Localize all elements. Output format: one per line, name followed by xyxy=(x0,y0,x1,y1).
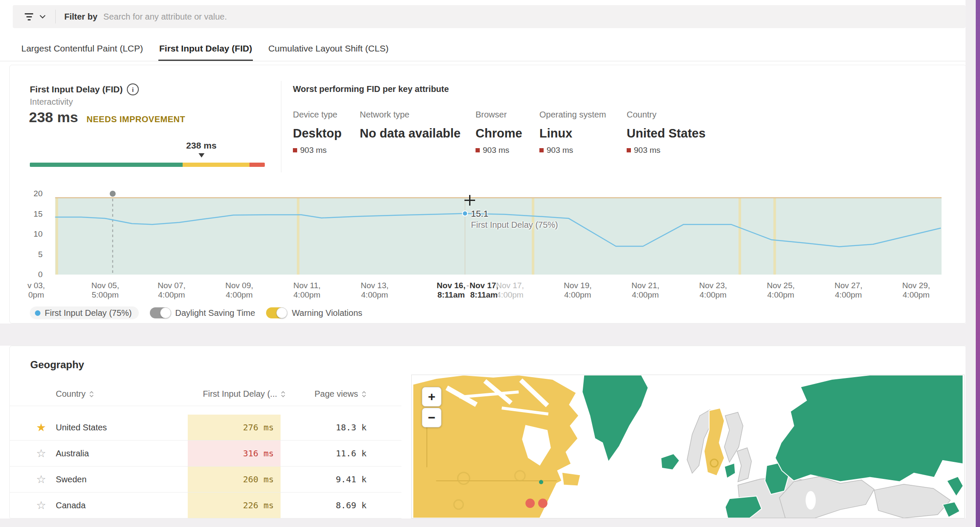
tab-fid[interactable]: First Input Delay (FID) xyxy=(158,41,253,60)
world-map[interactable]: + − xyxy=(411,375,965,518)
page-views-cell: 9.41 k xyxy=(291,467,367,492)
x-tick-date: Nov 23, xyxy=(699,281,727,290)
window-gutter xyxy=(966,0,976,527)
filter-search-input[interactable]: Search for any attribute or value. xyxy=(103,12,227,22)
x-axis-tick: Nov 17,8:11am xyxy=(470,281,499,300)
x-axis-tick: Nov 23,4:00pm xyxy=(699,281,727,300)
map-data-dot[interactable] xyxy=(539,480,543,484)
column-header-country[interactable]: Country xyxy=(56,389,94,399)
x-tick-time: 4:00pm xyxy=(564,290,591,300)
annotation-dot xyxy=(110,191,116,197)
chart-band xyxy=(55,198,942,275)
x-tick-date: Nov 13, xyxy=(361,281,388,290)
hover-dot xyxy=(462,211,467,216)
page-views-cell: 11.6 k xyxy=(291,441,367,466)
attribute-network-type: Network typeNo data available xyxy=(360,110,476,155)
x-axis-tick: Nov 16,8:11am xyxy=(437,281,466,300)
x-axis-tick: Nov 11,4:00pm xyxy=(293,281,321,300)
distribution-marker: 238 ms xyxy=(186,140,216,158)
x-axis-tick: Nov 25,4:00pm xyxy=(767,281,794,300)
map-zoom-out-button[interactable]: − xyxy=(422,408,441,427)
vertical-divider xyxy=(281,81,281,172)
x-axis-tick: - xyxy=(466,281,469,290)
x-tick-time: 4:00pm xyxy=(293,290,321,300)
table-row[interactable]: ☆Sweden260 ms9.41 k xyxy=(10,467,401,493)
toggle-switch[interactable] xyxy=(266,307,287,318)
x-tick-time: 5:00pm xyxy=(91,290,119,300)
fid-timeseries-chart[interactable]: 05101520v 03,0pmNov 05,5:00pmNov 07,4:00… xyxy=(0,187,980,304)
star-outline-icon[interactable]: ☆ xyxy=(36,499,46,512)
star-outline-icon[interactable]: ☆ xyxy=(36,447,46,460)
toggle-knob[interactable] xyxy=(276,307,287,318)
star-filled-icon[interactable]: ★ xyxy=(36,421,46,434)
table-row[interactable]: ☆Australia316 ms11.6 k xyxy=(10,441,401,467)
attribute-browser: BrowserChrome903 ms xyxy=(476,110,539,155)
x-tick-time: 4:00pm xyxy=(767,290,794,300)
x-tick-date: Nov 29, xyxy=(902,281,930,290)
filter-funnel-icon[interactable] xyxy=(25,13,33,20)
map-zoom-in-button[interactable]: + xyxy=(422,387,441,407)
fid-card-title: First Input Delay (FID) xyxy=(30,84,123,95)
attribute-operating-system: Operating systemLinux903 ms xyxy=(539,110,627,155)
x-tick-time: 4:00pm xyxy=(225,290,253,300)
marker-triangle-icon xyxy=(198,153,204,158)
column-header-fid[interactable]: First Input Delay (... xyxy=(180,389,286,399)
x-axis-tick: Nov 27,4:00pm xyxy=(834,281,862,300)
warning-violation-stripe xyxy=(739,198,741,275)
x-tick-time: 4:00pm xyxy=(834,290,862,300)
x-tick-date: Nov 19, xyxy=(564,281,591,290)
y-axis-tick: 15 xyxy=(17,209,43,219)
attribute-label: Browser xyxy=(476,110,539,120)
toggle-knob[interactable] xyxy=(160,307,171,318)
distribution-segment-good xyxy=(30,163,183,167)
attribute-value: Linux xyxy=(539,126,627,140)
x-tick-time: 8:11am xyxy=(470,290,499,300)
sort-icon[interactable] xyxy=(361,391,367,398)
x-tick-date: Nov 27, xyxy=(834,281,862,290)
info-icon[interactable]: i xyxy=(127,83,139,95)
y-axis-tick: 5 xyxy=(17,250,43,259)
sort-icon[interactable] xyxy=(281,391,286,398)
world-map-svg xyxy=(412,375,964,518)
attribute-metric: 903 ms xyxy=(476,146,539,155)
geography-table-header: Country First Input Delay (... Page view… xyxy=(10,386,401,406)
x-tick-date: - xyxy=(466,281,469,290)
y-axis-tick: 10 xyxy=(17,229,43,239)
attribute-label: Operating system xyxy=(539,110,627,120)
x-tick-time: 4:00pm xyxy=(158,290,185,300)
table-row[interactable]: ☆Canada226 ms8.69 k xyxy=(10,493,401,518)
table-row[interactable]: ★United States276 ms18.3 k xyxy=(10,415,401,441)
attribute-country: CountryUnited States903 ms xyxy=(627,110,705,155)
worst-performing-columns: Device typeDesktop903 msNetwork typeNo d… xyxy=(293,110,705,155)
fid-distribution-bar xyxy=(30,163,265,167)
attribute-value: Desktop xyxy=(293,126,360,140)
star-outline-icon[interactable]: ☆ xyxy=(36,473,46,486)
fid-value-cell: 226 ms xyxy=(188,493,281,518)
x-tick-time: 4:00pm xyxy=(631,290,659,300)
x-tick-time: 4:00pm xyxy=(902,290,930,300)
filter-bar[interactable]: Filter by Search for any attribute or va… xyxy=(13,5,966,28)
toggle-switch[interactable] xyxy=(150,307,170,318)
attribute-value: United States xyxy=(627,126,705,140)
attribute-metric: 903 ms xyxy=(627,146,705,155)
x-axis-tick: Nov 09,4:00pm xyxy=(225,281,253,300)
x-tick-date: Nov 09, xyxy=(225,281,253,290)
sort-icon[interactable] xyxy=(89,391,94,398)
country-name: Australia xyxy=(56,449,89,458)
distribution-marker-label: 238 ms xyxy=(186,140,216,151)
tabs: Largest Contentful Paint (LCP)First Inpu… xyxy=(20,41,390,60)
column-header-page-views[interactable]: Page views xyxy=(291,389,367,399)
warning-violation-stripe xyxy=(297,198,299,275)
tab-lcp[interactable]: Largest Contentful Paint (LCP) xyxy=(20,41,144,60)
x-axis-tick: Nov 07,4:00pm xyxy=(158,281,185,300)
chevron-down-icon[interactable] xyxy=(39,13,46,20)
tooltip-series-name: First Input Delay (75%) xyxy=(471,220,558,230)
attribute-value: Chrome xyxy=(476,126,539,140)
map-data-dot[interactable] xyxy=(538,498,547,508)
toggle-label: Daylight Saving Time xyxy=(175,308,255,318)
tab-cls[interactable]: Cumulative Layout Shift (CLS) xyxy=(267,41,389,60)
x-axis-tick: Nov 21,4:00pm xyxy=(631,281,659,300)
x-tick-time: 4:00pm xyxy=(699,290,727,300)
map-data-dot[interactable] xyxy=(525,498,535,508)
legend-series-item[interactable]: First Input Delay (75%) xyxy=(30,306,139,319)
